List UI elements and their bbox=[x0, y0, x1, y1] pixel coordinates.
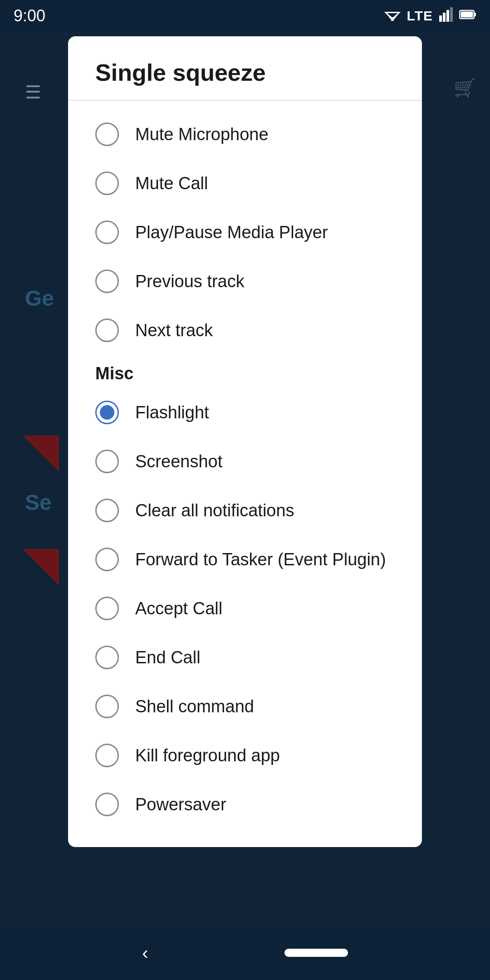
status-time: 9:00 bbox=[14, 6, 45, 25]
radio-label-screenshot: Screenshot bbox=[135, 452, 222, 471]
radio-item-flashlight[interactable]: Flashlight bbox=[68, 388, 422, 437]
svg-rect-5 bbox=[443, 13, 446, 22]
home-indicator[interactable] bbox=[284, 949, 348, 957]
radio-label-flashlight: Flashlight bbox=[135, 403, 209, 422]
radio-circle-prev-track bbox=[95, 270, 119, 293]
battery-icon bbox=[459, 9, 476, 23]
status-icons: LTE bbox=[384, 7, 476, 25]
svg-rect-10 bbox=[474, 13, 476, 16]
status-bar: 9:00 LTE bbox=[0, 0, 490, 32]
dialog: Single squeeze Mute Microphone Mute Call… bbox=[68, 36, 422, 847]
radio-label-next-track: Next track bbox=[135, 321, 213, 340]
radio-circle-flashlight bbox=[95, 401, 119, 424]
radio-item-end-call[interactable]: End Call bbox=[68, 633, 422, 682]
radio-item-next-track[interactable]: Next track bbox=[68, 306, 422, 355]
radio-circle-forward-tasker bbox=[95, 548, 119, 571]
radio-label-accept-call: Accept Call bbox=[135, 599, 222, 618]
radio-label-shell-command: Shell command bbox=[135, 697, 254, 716]
radio-item-prev-track[interactable]: Previous track bbox=[68, 257, 422, 306]
radio-circle-mute-mic bbox=[95, 122, 119, 146]
radio-item-shell-command[interactable]: Shell command bbox=[68, 682, 422, 731]
radio-item-kill-app[interactable]: Kill foreground app bbox=[68, 731, 422, 780]
radio-item-mute-mic[interactable]: Mute Microphone bbox=[68, 110, 422, 159]
signal-icon bbox=[439, 7, 453, 25]
radio-item-forward-tasker[interactable]: Forward to Tasker (Event Plugin) bbox=[68, 535, 422, 584]
radio-label-play-pause: Play/Pause Media Player bbox=[135, 223, 328, 242]
radio-circle-end-call bbox=[95, 646, 119, 669]
radio-label-kill-app: Kill foreground app bbox=[135, 746, 280, 765]
section-misc-label: Misc bbox=[68, 355, 422, 388]
radio-circle-next-track bbox=[95, 318, 119, 342]
radio-label-prev-track: Previous track bbox=[135, 272, 245, 291]
radio-item-clear-notifs[interactable]: Clear all notifications bbox=[68, 486, 422, 535]
back-button[interactable]: ‹ bbox=[142, 943, 148, 963]
svg-rect-4 bbox=[439, 15, 442, 22]
dialog-divider bbox=[68, 100, 422, 101]
radio-circle-clear-notifs bbox=[95, 499, 119, 522]
svg-rect-9 bbox=[461, 12, 473, 18]
radio-label-mute-mic: Mute Microphone bbox=[135, 125, 269, 144]
radio-circle-accept-call bbox=[95, 597, 119, 620]
dialog-overlay: Single squeeze Mute Microphone Mute Call… bbox=[0, 32, 490, 926]
radio-item-powersaver[interactable]: Powersaver bbox=[68, 780, 422, 829]
radio-item-mute-call[interactable]: Mute Call bbox=[68, 159, 422, 208]
radio-label-forward-tasker: Forward to Tasker (Event Plugin) bbox=[135, 550, 386, 569]
wifi-icon bbox=[384, 8, 401, 24]
bottom-nav: ‹ bbox=[0, 926, 490, 980]
radio-label-powersaver: Powersaver bbox=[135, 795, 226, 814]
radio-circle-mute-call bbox=[95, 172, 119, 195]
radio-item-accept-call[interactable]: Accept Call bbox=[68, 584, 422, 633]
radio-circle-screenshot bbox=[95, 450, 119, 473]
svg-rect-7 bbox=[450, 7, 453, 22]
radio-circle-kill-app bbox=[95, 744, 119, 767]
radio-circle-shell-command bbox=[95, 695, 119, 718]
dialog-title: Single squeeze bbox=[68, 59, 422, 100]
radio-label-end-call: End Call bbox=[135, 648, 201, 667]
radio-item-play-pause[interactable]: Play/Pause Media Player bbox=[68, 208, 422, 257]
radio-label-mute-call: Mute Call bbox=[135, 174, 208, 193]
lte-icon: LTE bbox=[407, 8, 433, 24]
radio-circle-play-pause bbox=[95, 220, 119, 244]
svg-rect-6 bbox=[446, 10, 449, 22]
radio-label-clear-notifs: Clear all notifications bbox=[135, 501, 294, 520]
radio-circle-powersaver bbox=[95, 793, 119, 816]
radio-item-screenshot[interactable]: Screenshot bbox=[68, 437, 422, 486]
